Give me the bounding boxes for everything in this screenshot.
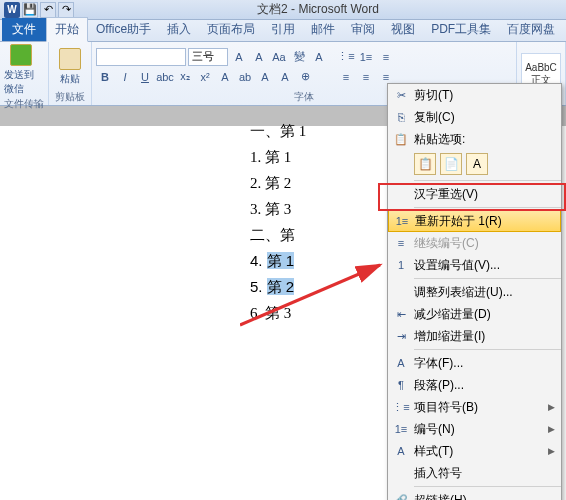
- link-icon: 🔗: [393, 492, 409, 500]
- font-color-icon[interactable]: A: [256, 68, 274, 86]
- tab-pdf[interactable]: PDF工具集: [423, 18, 499, 41]
- ctx-insert-symbol[interactable]: 插入符号: [388, 462, 561, 484]
- ribbon-tabs: 文件 开始 Office助手 插入 页面布局 引用 邮件 审阅 视图 PDF工具…: [0, 20, 566, 42]
- ctx-hanzi[interactable]: 汉字重选(V): [388, 183, 561, 205]
- doc-line[interactable]: 3. 第 3: [250, 200, 390, 219]
- ctx-continue-numbering[interactable]: ≡继续编号(C): [388, 232, 561, 254]
- numbering-icon[interactable]: 1≡: [357, 48, 375, 66]
- ctx-font[interactable]: A字体(F)...: [388, 352, 561, 374]
- ctx-paragraph[interactable]: ¶段落(P)...: [388, 374, 561, 396]
- grow-font-icon[interactable]: A: [230, 48, 248, 66]
- change-case-icon[interactable]: Aa: [270, 48, 288, 66]
- tab-ref[interactable]: 引用: [263, 18, 303, 41]
- tab-baidu[interactable]: 百度网盘: [499, 18, 563, 41]
- ctx-bullets[interactable]: ⋮≡项目符号(B)▶: [388, 396, 561, 418]
- italic-icon[interactable]: I: [116, 68, 134, 86]
- tab-layout[interactable]: 页面布局: [199, 18, 263, 41]
- tab-insert[interactable]: 插入: [159, 18, 199, 41]
- multilevel-icon[interactable]: ≡: [377, 48, 395, 66]
- border-char-icon[interactable]: A: [310, 48, 328, 66]
- paste-merge-icon[interactable]: 📄: [440, 153, 462, 175]
- superscript-icon[interactable]: x²: [196, 68, 214, 86]
- doc-line[interactable]: 2. 第 2: [250, 174, 390, 193]
- ctx-inc-indent[interactable]: ⇥增加缩进量(I): [388, 325, 561, 347]
- restart-list-icon: 1≡: [394, 213, 410, 229]
- paragraph-icon: ¶: [393, 377, 409, 393]
- font-size-combo[interactable]: 三号: [188, 48, 228, 66]
- highlight-icon[interactable]: ab: [236, 68, 254, 86]
- ctx-dec-indent[interactable]: ⇤减少缩进量(D): [388, 303, 561, 325]
- undo-icon[interactable]: ↶: [40, 2, 56, 18]
- group-file-transfer: 发送到微信 文件传输: [0, 42, 49, 105]
- save-icon[interactable]: 💾: [22, 2, 38, 18]
- continue-list-icon: ≡: [393, 235, 409, 251]
- ctx-adjust-indent[interactable]: 调整列表缩进(U)...: [388, 281, 561, 303]
- ctx-paste-options: 📋粘贴选项:: [388, 128, 561, 150]
- tab-review[interactable]: 审阅: [343, 18, 383, 41]
- redo-icon[interactable]: ↷: [58, 2, 74, 18]
- set-number-icon: 1: [393, 257, 409, 273]
- ctx-cut[interactable]: ✂剪切(T): [388, 84, 561, 106]
- font-name-combo[interactable]: [96, 48, 186, 66]
- doc-line[interactable]: 6. 第 3: [250, 304, 390, 323]
- doc-line[interactable]: 4. 第 1: [250, 252, 390, 271]
- ctx-set-number[interactable]: 1设置编号值(V)...: [388, 254, 561, 276]
- dec-indent-icon: ⇤: [393, 306, 409, 322]
- clipboard-icon: [59, 48, 81, 70]
- bullets-icon: ⋮≡: [393, 399, 409, 415]
- ctx-restart-numbering[interactable]: 1≡重新开始于 1(R): [388, 210, 561, 232]
- quick-access-toolbar: W 💾 ↶ ↷: [4, 2, 74, 18]
- ctx-styles[interactable]: A样式(T)▶: [388, 440, 561, 462]
- inc-indent-icon: ⇥: [393, 328, 409, 344]
- subscript-icon[interactable]: x₂: [176, 68, 194, 86]
- paste-keep-source-icon[interactable]: 📋: [414, 153, 436, 175]
- ctx-copy[interactable]: ⎘复制(C): [388, 106, 561, 128]
- char-shading-icon[interactable]: A: [276, 68, 294, 86]
- context-menu: ✂剪切(T) ⎘复制(C) 📋粘贴选项: 📋 📄 A 汉字重选(V) 1≡重新开…: [387, 83, 562, 500]
- styles-icon: A: [393, 443, 409, 459]
- ctx-numbering[interactable]: 1≡编号(N)▶: [388, 418, 561, 440]
- doc-line[interactable]: 1. 第 1: [250, 148, 390, 167]
- doc-line[interactable]: 一、第 1: [250, 122, 390, 141]
- underline-icon[interactable]: U: [136, 68, 154, 86]
- align-left-icon[interactable]: ≡: [337, 68, 355, 86]
- align-center-icon[interactable]: ≡: [357, 68, 375, 86]
- group-clipboard: 粘贴 剪贴板: [49, 42, 92, 105]
- copy-icon: ⎘: [393, 109, 409, 125]
- tab-mail[interactable]: 邮件: [303, 18, 343, 41]
- wechat-icon: [10, 44, 32, 66]
- doc-line[interactable]: 二、第: [250, 226, 390, 245]
- scissors-icon: ✂: [393, 87, 409, 103]
- phonetic-icon[interactable]: 變: [290, 48, 308, 66]
- paste-options-row: 📋 📄 A: [388, 150, 561, 178]
- file-tab[interactable]: 文件: [2, 18, 46, 41]
- word-app-icon: W: [4, 2, 20, 18]
- shrink-font-icon[interactable]: A: [250, 48, 268, 66]
- tab-office[interactable]: Office助手: [88, 18, 159, 41]
- bullets-icon[interactable]: ⋮≡: [337, 48, 355, 66]
- tab-home[interactable]: 开始: [46, 17, 88, 42]
- strike-icon[interactable]: abc: [156, 68, 174, 86]
- send-wechat-button[interactable]: 发送到微信: [4, 44, 38, 96]
- document-body[interactable]: 一、第 1 1. 第 1 2. 第 2 3. 第 3 二、第 4. 第 1 5.…: [250, 115, 390, 330]
- font-icon: A: [393, 355, 409, 371]
- bold-icon[interactable]: B: [96, 68, 114, 86]
- tab-view[interactable]: 视图: [383, 18, 423, 41]
- paste-text-icon[interactable]: A: [466, 153, 488, 175]
- numbering-icon: 1≡: [393, 421, 409, 437]
- char-border-icon[interactable]: ⊕: [296, 68, 314, 86]
- paste-icon: 📋: [393, 131, 409, 147]
- doc-line[interactable]: 5. 第 2: [250, 278, 390, 297]
- paste-button[interactable]: 粘贴: [53, 48, 87, 86]
- text-effects-icon[interactable]: A: [216, 68, 234, 86]
- window-title: 文档2 - Microsoft Word: [74, 1, 562, 18]
- ctx-hyperlink[interactable]: 🔗超链接(H)...: [388, 489, 561, 500]
